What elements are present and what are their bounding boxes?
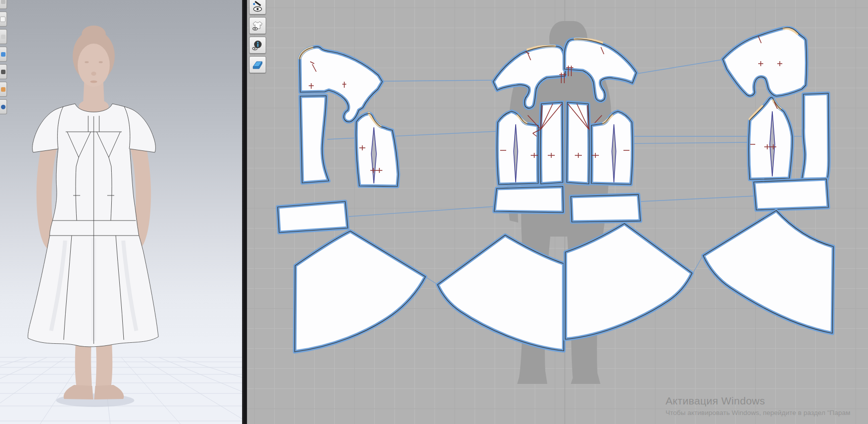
garment-cad-app: Активация Windows Чтобы активировать Win… xyxy=(0,0,868,424)
piece-connection-line xyxy=(641,196,755,201)
3d-scene xyxy=(0,0,242,424)
pattern-piece-skirt-gore-right[interactable] xyxy=(703,210,833,333)
pattern-piece-waistband-center-right[interactable] xyxy=(571,194,640,222)
pattern-piece-waistband-right[interactable] xyxy=(754,179,828,210)
garment-white-icon[interactable] xyxy=(0,12,7,27)
piece-connection-line xyxy=(383,80,493,81)
pattern-piece-waistband-center-left[interactable] xyxy=(494,186,563,213)
pattern-piece-back-bodice-sleeve-right[interactable] xyxy=(723,28,807,96)
shirt-eye-icon xyxy=(252,20,264,32)
2d-view-toolbar xyxy=(249,0,266,73)
piece-connection-line xyxy=(693,256,703,274)
piece-connection-line xyxy=(426,277,437,284)
3d-view-panel[interactable] xyxy=(0,0,242,424)
pattern-piece-side-front-panel-left[interactable] xyxy=(356,113,398,186)
avatar-3d[interactable] xyxy=(28,26,158,407)
pen-tool-icon[interactable] xyxy=(0,64,7,79)
left-toolbar xyxy=(0,0,7,114)
pattern-pieces-layer xyxy=(278,28,833,352)
pattern-piece-skirt-gore-left[interactable] xyxy=(295,231,425,352)
globe-icon[interactable] xyxy=(0,99,7,114)
2d-pattern-panel[interactable]: Активация Windows Чтобы активировать Win… xyxy=(247,0,868,424)
show-fabric-fold-icon[interactable] xyxy=(249,56,266,73)
show-stitches-eye-pen-icon[interactable] xyxy=(249,0,266,15)
pattern-canvas-svg[interactable] xyxy=(247,0,868,424)
show-garment-shirt-eye-icon[interactable] xyxy=(249,17,266,34)
piece-connection-line xyxy=(637,60,722,74)
avatar-tool-icon[interactable] xyxy=(0,29,7,44)
pattern-piece-center-front-panel-left[interactable] xyxy=(300,96,329,183)
show-info-eye-icon[interactable] xyxy=(249,37,266,54)
pattern-piece-side-back-panel-right[interactable] xyxy=(749,97,792,179)
pattern-piece-waistband-left[interactable] xyxy=(278,201,348,233)
piece-connection-line xyxy=(349,206,495,217)
eye-pen-icon xyxy=(252,0,264,12)
mannequin-icon[interactable] xyxy=(0,82,7,97)
panel-splitter[interactable] xyxy=(242,0,247,424)
blue-brush-tool-icon[interactable] xyxy=(0,47,7,62)
avatar-head xyxy=(73,26,115,113)
piece-connection-line xyxy=(327,131,497,139)
fabric-fold-icon xyxy=(252,59,264,71)
info-eye-icon xyxy=(252,39,264,51)
partial-tool-icon[interactable] xyxy=(0,0,7,9)
pattern-piece-side-strip-right[interactable] xyxy=(802,93,829,179)
